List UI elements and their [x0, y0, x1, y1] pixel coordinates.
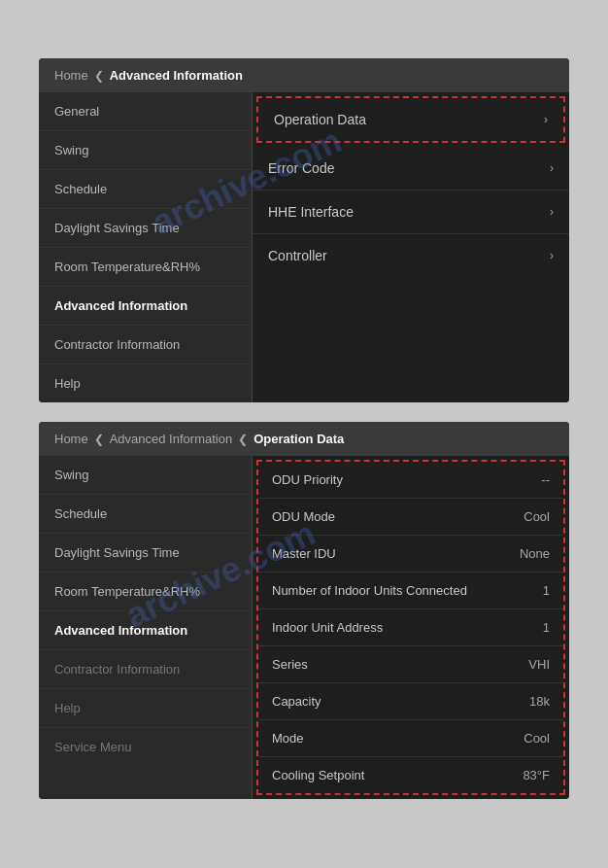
- menu-item-operation-data[interactable]: Operation Data ›: [256, 96, 565, 143]
- sidebar2-schedule[interactable]: Schedule: [39, 495, 252, 534]
- chevron-icon-3: ›: [550, 249, 554, 262]
- data-capacity[interactable]: Capacity 18k: [258, 683, 563, 720]
- sidebar2-room-temp[interactable]: Room Temperature&RH%: [39, 573, 252, 611]
- menu-item-hhe[interactable]: HHE Interface ›: [253, 191, 569, 234]
- panel2-header: Home ❮ Advanced Information ❮ Operation …: [39, 422, 569, 456]
- breadcrumb2-arrow2: ❮: [238, 433, 248, 446]
- data-cooling-setpoint[interactable]: Cooling Setpoint 83°F: [258, 757, 563, 793]
- sidebar2-swing[interactable]: Swing: [39, 456, 252, 495]
- menu-item-controller-label: Controller: [268, 248, 327, 263]
- panel1-sidebar: General Swing Schedule Daylight Savings …: [39, 92, 253, 402]
- data-value-cooling-setpoint: 83°F: [523, 768, 550, 782]
- data-value-series: VHI: [528, 657, 550, 672]
- panel1-main: Operation Data › Error Code › HHE Interf…: [253, 92, 569, 402]
- chevron-icon-1: ›: [550, 161, 554, 175]
- operation-data-container: ODU Priority -- ODU Mode Cool Master IDU…: [256, 460, 565, 795]
- sidebar2-advanced[interactable]: Advanced Information: [39, 611, 252, 650]
- menu-item-error-code-label: Error Code: [268, 160, 334, 176]
- menu-item-error-code[interactable]: Error Code ›: [253, 147, 569, 191]
- data-indoor-address[interactable]: Indoor Unit Address 1: [258, 609, 563, 646]
- sidebar-item-general[interactable]: General: [39, 92, 252, 131]
- data-label-odu-priority: ODU Priority: [272, 472, 343, 487]
- chevron-icon-0: ›: [544, 113, 548, 126]
- sidebar-item-advanced[interactable]: Advanced Information: [39, 287, 252, 326]
- data-label-master-idu: Master IDU: [272, 546, 336, 561]
- data-label-indoor-address: Indoor Unit Address: [272, 620, 383, 635]
- data-value-master-idu: None: [520, 546, 550, 561]
- panel2-body: Swing Schedule Daylight Savings Time Roo…: [39, 456, 569, 799]
- panel1-header: Home ❮ Advanced Information: [39, 58, 569, 92]
- sidebar2-dst[interactable]: Daylight Savings Time: [39, 534, 252, 573]
- breadcrumb2-section[interactable]: Advanced Information: [110, 432, 232, 446]
- sidebar2-service[interactable]: Service Menu: [39, 728, 252, 766]
- advanced-info-panel: Home ❮ Advanced Information General Swin…: [39, 58, 569, 402]
- panel1: Home ❮ Advanced Information General Swin…: [39, 58, 569, 402]
- operation-data-panel: Home ❮ Advanced Information ❮ Operation …: [39, 422, 569, 799]
- data-label-num-indoor: Number of Indoor Units Connected: [272, 583, 467, 598]
- breadcrumb2-home[interactable]: Home: [54, 432, 88, 446]
- sidebar-item-contractor[interactable]: Contractor Information: [39, 326, 252, 365]
- data-label-capacity: Capacity: [272, 694, 321, 709]
- sidebar-item-dst[interactable]: Daylight Savings Time: [39, 209, 252, 248]
- breadcrumb-arrow1: ❮: [94, 69, 104, 83]
- data-label-mode: Mode: [272, 731, 304, 746]
- data-value-capacity: 18k: [529, 694, 550, 709]
- data-value-odu-mode: Cool: [524, 509, 550, 524]
- data-mode[interactable]: Mode Cool: [258, 720, 563, 757]
- sidebar-item-swing[interactable]: Swing: [39, 131, 252, 170]
- panel2-main: ODU Priority -- ODU Mode Cool Master IDU…: [253, 456, 569, 799]
- panel1-body: General Swing Schedule Daylight Savings …: [39, 92, 569, 402]
- breadcrumb-current: Advanced Information: [110, 68, 243, 83]
- chevron-icon-2: ›: [550, 205, 554, 219]
- menu-item-controller[interactable]: Controller ›: [253, 234, 569, 277]
- sidebar-item-room-temp[interactable]: Room Temperature&RH%: [39, 248, 252, 287]
- panel2: Home ❮ Advanced Information ❮ Operation …: [39, 422, 569, 799]
- sidebar2-help[interactable]: Help: [39, 689, 252, 728]
- data-label-series: Series: [272, 657, 308, 672]
- sidebar-item-help[interactable]: Help: [39, 365, 252, 402]
- data-odu-mode[interactable]: ODU Mode Cool: [258, 499, 563, 536]
- sidebar-item-schedule[interactable]: Schedule: [39, 170, 252, 209]
- data-value-mode: Cool: [524, 731, 550, 746]
- data-master-idu[interactable]: Master IDU None: [258, 536, 563, 573]
- data-value-odu-priority: --: [541, 472, 550, 487]
- breadcrumb-home[interactable]: Home: [54, 68, 88, 83]
- menu-item-operation-data-label: Operation Data: [274, 112, 366, 127]
- menu-item-hhe-label: HHE Interface: [268, 204, 354, 220]
- data-odu-priority[interactable]: ODU Priority --: [258, 462, 563, 499]
- data-series[interactable]: Series VHI: [258, 646, 563, 683]
- breadcrumb2-current: Operation Data: [253, 432, 344, 446]
- data-label-odu-mode: ODU Mode: [272, 509, 335, 524]
- data-label-cooling-setpoint: Cooling Setpoint: [272, 768, 364, 782]
- data-num-indoor[interactable]: Number of Indoor Units Connected 1: [258, 573, 563, 609]
- data-value-indoor-address: 1: [543, 620, 550, 635]
- panel2-sidebar: Swing Schedule Daylight Savings Time Roo…: [39, 456, 253, 799]
- breadcrumb2-arrow1: ❮: [94, 433, 104, 446]
- data-value-num-indoor: 1: [543, 583, 550, 598]
- sidebar2-contractor[interactable]: Contractor Information: [39, 650, 252, 689]
